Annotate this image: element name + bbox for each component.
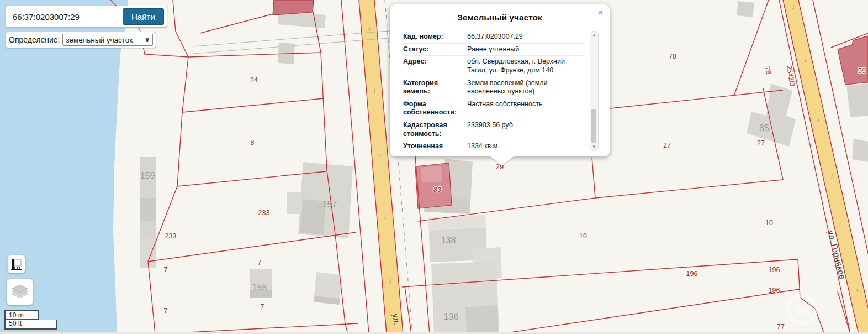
bottom-edge	[0, 332, 868, 334]
parcel-label: 7	[164, 307, 168, 315]
popup-row-label: Кад. номер:	[403, 33, 467, 41]
parcel-label: 10	[579, 232, 587, 240]
road-direction-arrow-icon: ↓	[389, 276, 393, 285]
road-direction-arrow-icon: ↓	[378, 150, 383, 158]
layers-button[interactable]	[7, 279, 33, 305]
popup-row-value: 1334 кв.м	[467, 142, 585, 153]
scale-imperial: 50 ft	[4, 320, 57, 330]
road-direction-arrow-icon: ↓	[368, 24, 372, 32]
road-direction-arrow-icon: ↓	[383, 212, 388, 221]
search-input[interactable]	[9, 9, 119, 24]
popup-row: Форма собственности:Частная собственност…	[403, 98, 585, 119]
popup-scrollbar[interactable]: ▲ ▼	[590, 31, 599, 151]
parcel-label: 196	[686, 270, 698, 278]
parcel-label: 77	[777, 323, 785, 331]
layers-icon	[10, 284, 29, 300]
parcel-label: 78	[764, 66, 773, 75]
popup-row-label: Уточненная площадь:	[403, 142, 467, 153]
parcel-label: 24	[250, 76, 258, 84]
parcel-info-popup: Земельный участок × Кад. номер:66:37:020…	[390, 4, 610, 156]
search-button[interactable]: Найти	[123, 8, 164, 25]
popup-row: Кад. номер:66:37:0203007:29	[403, 31, 585, 43]
building-top-red	[273, 0, 314, 15]
parcel-label: 7	[261, 303, 264, 311]
parcel-label: 59	[858, 66, 866, 75]
building-label: 85	[759, 123, 769, 133]
popup-row: Адрес:обл. Свердловская, г. Верхний Таги…	[403, 55, 585, 76]
definition-select[interactable]: земельный участок ∨	[62, 34, 153, 46]
popup-row-label: Кадастровая стоимость:	[403, 121, 467, 138]
popup-row-label: Категория земель:	[403, 79, 467, 96]
definition-panel: Определение: земельный участок ∨	[6, 32, 156, 48]
parcel-label: 8	[251, 139, 255, 147]
definition-label: Определение:	[9, 35, 60, 44]
scroll-down-icon[interactable]: ▼	[590, 144, 598, 149]
popup-rows: Кад. номер:66:37:0203007:29Статус:Ранее …	[403, 31, 585, 153]
popup-row-label: Адрес:	[403, 58, 467, 75]
building-label: 136	[444, 312, 459, 321]
popup-row: Уточненная площадь:1334 кв.м	[403, 140, 585, 153]
popup-title: Земельный участок	[390, 4, 610, 23]
chevron-down-icon: ∨	[145, 36, 150, 44]
measure-tool-button[interactable]	[7, 255, 25, 273]
parcel-label: 196	[769, 286, 780, 294]
popup-row-value: обл. Свердловская, г. Верхний Тагил, ул.…	[467, 58, 585, 75]
parcel-label: 2542/3	[785, 65, 796, 87]
popup-row-value: Ранее учтенный	[467, 45, 585, 54]
parcel-label: 7	[164, 266, 168, 274]
ruler-icon	[10, 258, 23, 270]
parcel-label: 10	[765, 219, 773, 227]
parcel-label: 233	[165, 232, 177, 240]
parcel-label: 83	[433, 185, 442, 194]
popup-row-value: 233903.56 руб	[467, 121, 585, 138]
popup-row: Кадастровая стоимость:233903.56 руб	[403, 119, 585, 140]
popup-row-value: Земли поселений (земли населенных пункто…	[467, 79, 585, 96]
parcel-label: 78	[669, 53, 676, 60]
building-label: 155	[252, 283, 267, 292]
parcel-label: 27	[663, 142, 671, 149]
scale-metric: 10 m	[4, 310, 39, 320]
popup-row-label: Форма собственности:	[403, 100, 467, 117]
popup-row: Категория земель:Земли поселений (земли …	[403, 77, 585, 98]
parcel-label: 27	[757, 139, 765, 147]
scrollbar-thumb[interactable]	[591, 109, 596, 143]
parcel-label: 233	[258, 209, 270, 217]
road-direction-arrow-icon: ↓	[373, 86, 377, 95]
parcel-label: 196	[769, 266, 780, 274]
street-label: ул.	[391, 313, 401, 326]
cadastral-map-app: ↓↓↓↓↓↓↓↓↓↓ 24823323377772910102727787819…	[0, 0, 868, 334]
search-panel: Найти	[6, 6, 167, 28]
definition-selected-value: земельный участок	[66, 36, 133, 44]
watermark	[788, 296, 816, 323]
building-label: 159	[140, 171, 155, 180]
popup-pointer	[490, 156, 514, 165]
parcel-label: 7	[258, 259, 262, 267]
popup-row-value: Частная собственность	[467, 100, 585, 117]
building-label: 157	[322, 200, 337, 209]
popup-row-value: 66:37:0203007:29	[467, 33, 585, 41]
popup-row-label: Статус:	[403, 45, 467, 54]
scroll-up-icon[interactable]: ▲	[590, 33, 598, 38]
popup-row: Статус:Ранее учтенный	[403, 43, 585, 56]
building-label: 138	[441, 236, 456, 245]
close-icon[interactable]: ×	[598, 8, 604, 17]
